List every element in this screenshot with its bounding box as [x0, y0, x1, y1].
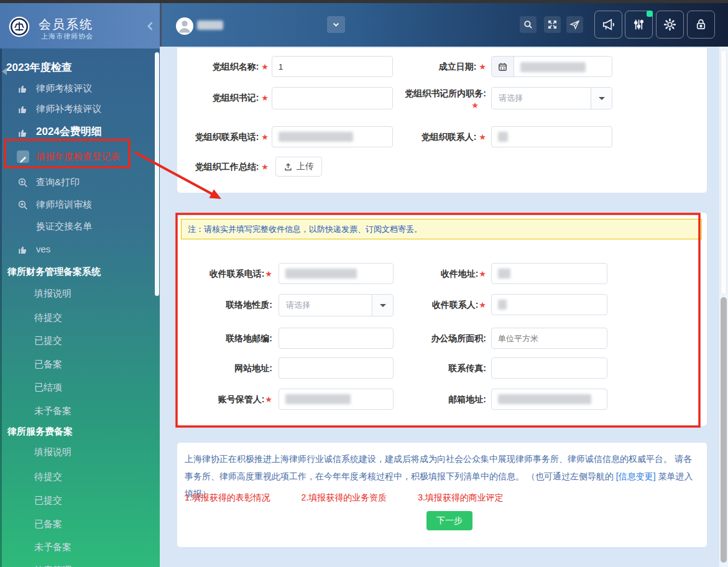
field-label-place-type: 联络地性质:	[155, 294, 272, 315]
field-label-recv-contact: 收件联系人:★	[348, 294, 486, 316]
sidebar-group-finance-filing: 律所财务管理备案系统	[7, 264, 101, 280]
redacted-value	[498, 394, 591, 404]
redacted-value	[498, 300, 507, 310]
required-star: ★	[261, 93, 269, 103]
upload-button[interactable]: 上传	[275, 157, 322, 177]
redacted-value	[279, 132, 353, 142]
required-star: ★	[410, 101, 479, 110]
sidebar-item-filed[interactable]: 已备案	[0, 356, 155, 373]
note-banner: 注：请核实并填写完整收件信息，以防快递发票、订阅文档寄丢。	[181, 219, 702, 239]
sidebar-group-2023[interactable]: 2023年度检查	[6, 60, 72, 76]
field-label-recv-address: 收件地址:★	[348, 263, 486, 285]
field-label-email: 邮箱地址:	[348, 389, 486, 410]
lock-icon[interactable]	[687, 11, 715, 39]
report-link-honors[interactable]: 1.填报获得的表彰情况	[185, 492, 270, 502]
field-label-secretary-post: 党组织书记所内职务:	[348, 86, 486, 100]
sidebar-item-filed-2[interactable]: 已备案	[0, 515, 155, 533]
thumbs-up-icon	[17, 127, 29, 138]
redacted-value	[285, 394, 351, 404]
upload-icon	[283, 162, 293, 172]
office-area-input[interactable]	[491, 328, 607, 349]
required-star: ★	[479, 132, 486, 142]
redacted-value	[285, 269, 357, 279]
required-star: ★	[261, 162, 269, 172]
search-icon[interactable]	[520, 16, 537, 33]
user-menu-chevron-down-icon[interactable]	[327, 16, 345, 33]
sidebar-item-not-filed-2[interactable]: 未予备案	[0, 538, 155, 556]
pencil-icon	[17, 150, 29, 163]
sidebar-item-pending-submit-2[interactable]: 待提交	[0, 468, 155, 486]
redacted-value	[520, 62, 586, 72]
sidebar-item-training-audit[interactable]: 律师培训审核	[0, 196, 155, 213]
sidebar-item-annual-check-form[interactable]: 填报年度检查登记表	[0, 148, 155, 165]
field-label-work-summary: 党组织工作总结:★	[149, 156, 269, 178]
sidebar-item-query-print[interactable]: 查询&打印	[0, 173, 155, 191]
required-star: ★	[261, 132, 269, 142]
app-subtitle: 上海市律师协会	[41, 32, 93, 41]
field-label-office-area: 办公场所面积:	[348, 328, 486, 349]
screen: { "app": { "title": "会员系统", "subtitle": …	[0, 0, 728, 567]
zoom-plus-icon	[17, 177, 29, 188]
info-change-link[interactable]: [信息变更]	[616, 471, 656, 481]
caret-down-icon[interactable]	[591, 88, 612, 109]
sidebar-group-service-fee-filing: 律所服务费备案	[7, 423, 73, 440]
field-label-found-date: 成立日期:★	[348, 56, 486, 78]
association-logo	[9, 16, 30, 37]
sidebar-item-not-filed[interactable]: 未予备案	[0, 402, 155, 420]
content-scrollbar-thumb[interactable]	[721, 297, 727, 563]
notification-badge	[647, 11, 653, 17]
sidebar-logo-bar: 会员系统 上海市律师协会	[0, 3, 160, 48]
sidebar-item-seal-management[interactable]: 签章管理	[0, 561, 155, 567]
triangle-left-icon	[1, 64, 7, 71]
required-star: ★	[479, 300, 486, 310]
report-link-ratings[interactable]: 3.填报获得的商业评定	[418, 492, 504, 502]
sliders-icon[interactable]	[625, 11, 653, 39]
sidebar-item-2024-fees[interactable]: 2024会费明细	[0, 123, 155, 141]
party-contact-input[interactable]	[491, 126, 612, 147]
sidebar-item-submitted-2[interactable]: 已提交	[0, 492, 155, 509]
fullscreen-icon[interactable]	[544, 16, 561, 33]
field-label-recv-phone: 收件联系电话:★	[155, 263, 272, 285]
gear-icon[interactable]	[656, 11, 684, 39]
sidebar-collapse-icon[interactable]	[144, 20, 157, 32]
calendar-icon	[492, 57, 514, 76]
found-date-input[interactable]	[491, 56, 612, 77]
sidebar-item-cert-handover[interactable]: 换证交接名单	[0, 218, 155, 235]
required-star: ★	[479, 62, 486, 71]
next-step-button[interactable]: 下一步	[426, 511, 472, 530]
user-name-redacted	[197, 21, 223, 30]
sidebar: 会员系统 上海市律师协会 2023年度检查 律师考核评议 律师补考核评议 202…	[0, 3, 160, 567]
required-star: ★	[479, 269, 486, 279]
field-label-party-name: 党组织名称:★	[149, 56, 269, 78]
sidebar-item-lawyer-makeup-review[interactable]: 律师补考核评议	[0, 100, 155, 118]
send-icon[interactable]	[566, 16, 583, 33]
field-label-zip: 联络地邮编:	[155, 328, 272, 349]
topbar	[160, 3, 728, 47]
secretary-post-select[interactable]: 请选择	[491, 87, 612, 109]
required-star: ★	[265, 395, 272, 404]
sidebar-item-filing-notes-2[interactable]: 填报说明	[0, 443, 155, 461]
sidebar-item-submitted[interactable]: 已提交	[0, 332, 155, 349]
sidebar-item-closed[interactable]: 已结项	[0, 379, 155, 396]
field-label-website: 网站地址:	[155, 357, 272, 379]
sidebar-item-pending-submit[interactable]: 待提交	[0, 309, 155, 326]
app-title: 会员系统	[39, 16, 93, 33]
required-star: ★	[265, 269, 272, 279]
content-scrollbar-upper-segment[interactable]	[721, 50, 727, 295]
user-avatar[interactable]	[176, 17, 193, 35]
fax-input[interactable]	[491, 357, 607, 379]
field-label-account-keeper: 账号保管人:★	[155, 389, 272, 410]
field-label-fax: 联系传真:	[348, 357, 486, 379]
thumbs-up-icon	[17, 83, 29, 94]
zoom-plus-icon	[17, 199, 29, 210]
field-label-party-phone: 党组织联系电话:★	[149, 126, 269, 148]
thumbs-up-icon	[17, 103, 29, 114]
required-star: ★	[261, 62, 269, 71]
sidebar-item-filing-notes[interactable]: 填报说明	[0, 285, 155, 302]
report-links: 1.填报获得的表彰情况 2.填报获得的业务资质 3.填报获得的商业评定	[185, 492, 532, 504]
report-link-qualifications[interactable]: 2.填报获得的业务资质	[302, 492, 387, 502]
recv-contact-input[interactable]	[491, 294, 607, 315]
megaphone-icon[interactable]	[594, 11, 622, 39]
sidebar-item-ves[interactable]: ves	[0, 241, 155, 258]
sidebar-item-lawyer-review[interactable]: 律师考核评议	[0, 80, 155, 97]
